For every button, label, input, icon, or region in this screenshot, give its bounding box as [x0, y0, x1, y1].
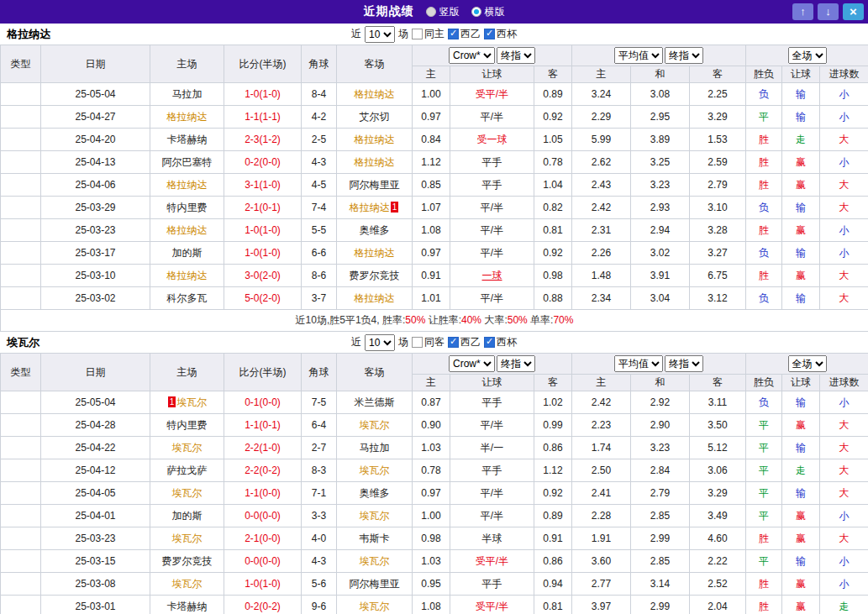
away-team-name[interactable]: 奥维多 — [360, 224, 390, 236]
home-team-name[interactable]: 埃瓦尔 — [176, 396, 207, 408]
away-team-name[interactable]: 费罗尔竞技 — [350, 270, 400, 281]
bookmaker-select[interactable]: Crow* — [449, 355, 495, 372]
close-button[interactable]: × — [843, 3, 864, 20]
match-count-select[interactable]: 10 — [365, 26, 395, 43]
home-team-cell: 卡塔赫纳 — [150, 596, 224, 614]
average-odds-header: 平均值终指 — [572, 354, 746, 375]
home-team-name[interactable]: 加的斯 — [172, 510, 203, 522]
away-team-name[interactable]: 阿尔梅里亚 — [350, 179, 400, 191]
avg-draw-odds-cell: 2.90 — [631, 414, 690, 437]
avg-away-odds-cell: 2.04 — [690, 596, 746, 614]
away-odds-cell: 0.91 — [534, 527, 572, 550]
away-team-name[interactable]: 奥维多 — [360, 487, 390, 499]
layout-radio-horizontal[interactable]: 横版 — [471, 5, 505, 19]
average-stage-select[interactable]: 终指 — [665, 355, 703, 372]
average-stage-select[interactable]: 终指 — [665, 47, 703, 64]
result-cell: 平 — [746, 459, 782, 482]
home-team-name[interactable]: 格拉纳达 — [167, 179, 208, 191]
move-down-button[interactable]: ↓ — [818, 3, 839, 20]
radio-selected-icon — [471, 7, 481, 17]
league-checkbox[interactable]: 西乙 — [448, 27, 481, 41]
home-team-name[interactable]: 加的斯 — [172, 247, 203, 259]
away-team-name[interactable]: 米兰德斯 — [355, 396, 395, 408]
away-odds-cell: 0.92 — [534, 242, 572, 265]
home-team-name[interactable]: 阿尔巴塞特 — [162, 156, 213, 168]
home-team-name[interactable]: 埃瓦尔 — [172, 442, 203, 454]
result-cell: 胜 — [746, 219, 782, 242]
handicap-cell: 平/半 — [450, 482, 534, 505]
scope-select[interactable]: 全场 — [788, 47, 827, 64]
home-team-name[interactable]: 卡塔赫纳 — [167, 601, 208, 612]
home-team-name[interactable]: 费罗尔竞技 — [162, 555, 213, 567]
move-up-button[interactable]: ↑ — [792, 3, 813, 20]
handicap-cell: 一球 — [450, 265, 534, 287]
col-avg-draw: 和 — [631, 66, 690, 83]
handicap-cell: 平手 — [450, 151, 534, 174]
home-odds-cell: 0.85 — [413, 174, 450, 197]
odds-stage-select[interactable]: 终指 — [497, 47, 535, 64]
goals-result-cell: 大 — [820, 459, 868, 482]
layout-radio-vertical[interactable]: 竖版 — [426, 5, 460, 19]
match-row: 西乙 25-04-13 阿尔巴塞特 0-2(0-0) 4-3 格拉纳达 1.12… — [1, 151, 868, 174]
home-team-name[interactable]: 特内里费 — [167, 202, 208, 213]
league-type-cell: 西乙 — [1, 573, 41, 596]
summary-row: 近10场,胜5平1负4, 胜率:50% 让胜率:40% 大率:50% 单率:70… — [1, 310, 868, 332]
home-team-name[interactable]: 埃瓦尔 — [172, 487, 203, 499]
match-count-select[interactable]: 10 — [365, 334, 395, 351]
home-team-name[interactable]: 卡塔赫纳 — [167, 134, 208, 145]
summary-stat-label: 让胜率: — [425, 314, 461, 326]
away-team-name[interactable]: 韦斯卡 — [360, 533, 390, 544]
cup-checkbox[interactable]: 西杯 — [484, 335, 517, 349]
league-checkbox[interactable]: 西乙 — [448, 335, 481, 349]
away-team-name[interactable]: 埃瓦尔 — [360, 555, 390, 567]
match-row: 西乙 25-03-08 埃瓦尔 1-0(1-0) 5-6 阿尔梅里亚 0.95 … — [1, 573, 868, 596]
away-team-name[interactable]: 格拉纳达 — [355, 247, 395, 259]
away-team-name[interactable]: 埃瓦尔 — [360, 510, 390, 522]
score-cell: 0-0(0-0) — [224, 550, 302, 573]
home-team-name[interactable]: 特内里费 — [167, 419, 208, 431]
down-arrow-icon: ↓ — [825, 5, 831, 18]
league-type-cell: 西乙 — [1, 527, 41, 550]
bookmaker-select[interactable]: Crow* — [449, 47, 495, 64]
away-team-name[interactable]: 格拉纳达 — [350, 202, 390, 213]
away-team-name[interactable]: 阿尔梅里亚 — [350, 578, 400, 590]
home-team-name[interactable]: 马拉加 — [172, 88, 203, 100]
home-team-name[interactable]: 埃瓦尔 — [172, 533, 203, 544]
col-away: 客场 — [337, 45, 413, 83]
cup-checkbox[interactable]: 西杯 — [484, 27, 517, 41]
home-team-name[interactable]: 萨拉戈萨 — [167, 464, 208, 476]
home-team-name[interactable]: 埃瓦尔 — [172, 578, 203, 590]
col-home: 主场 — [150, 45, 224, 83]
away-odds-cell: 0.94 — [534, 573, 572, 596]
away-team-name[interactable]: 埃瓦尔 — [360, 464, 390, 476]
home-team-name[interactable]: 格拉纳达 — [167, 111, 208, 123]
home-team-name[interactable]: 格拉纳达 — [167, 224, 208, 236]
average-select[interactable]: 平均值 — [614, 355, 663, 372]
average-select[interactable]: 平均值 — [614, 47, 663, 64]
match-row: 西乙 25-05-04 马拉加 1-0(1-0) 8-4 格拉纳达 1.00 受… — [1, 83, 868, 106]
away-team-name[interactable]: 埃瓦尔 — [360, 419, 390, 431]
home-odds-cell: 1.00 — [413, 83, 450, 106]
away-team-cell: 艾尔切 — [337, 106, 413, 129]
score-cell: 0-0(0-0) — [224, 505, 302, 527]
odds-source-header: Crow*终指 — [413, 45, 572, 66]
away-team-name[interactable]: 埃瓦尔 — [360, 601, 390, 612]
summary-stat-label: 单率: — [528, 314, 554, 326]
corner-cell: 9-6 — [302, 596, 337, 614]
away-team-name[interactable]: 格拉纳达 — [355, 88, 395, 100]
result-cell: 平 — [746, 437, 782, 459]
away-team-name[interactable]: 格拉纳达 — [355, 134, 395, 145]
home-team-name[interactable]: 格拉纳达 — [167, 270, 208, 281]
away-team-name[interactable]: 格拉纳达 — [355, 292, 395, 304]
home-team-cell: 科尔多瓦 — [150, 287, 224, 310]
odds-stage-select[interactable]: 终指 — [497, 355, 535, 372]
same-side-checkbox[interactable]: 同客 — [412, 335, 445, 349]
away-team-name[interactable]: 马拉加 — [360, 442, 390, 454]
avg-home-odds-cell: 2.43 — [572, 174, 631, 197]
home-team-name[interactable]: 科尔多瓦 — [167, 292, 208, 304]
scope-select[interactable]: 全场 — [788, 355, 827, 372]
same-side-checkbox[interactable]: 同主 — [412, 27, 445, 41]
away-team-name[interactable]: 格拉纳达 — [355, 156, 395, 168]
away-team-name[interactable]: 艾尔切 — [360, 111, 390, 123]
home-odds-cell: 0.84 — [413, 129, 450, 151]
